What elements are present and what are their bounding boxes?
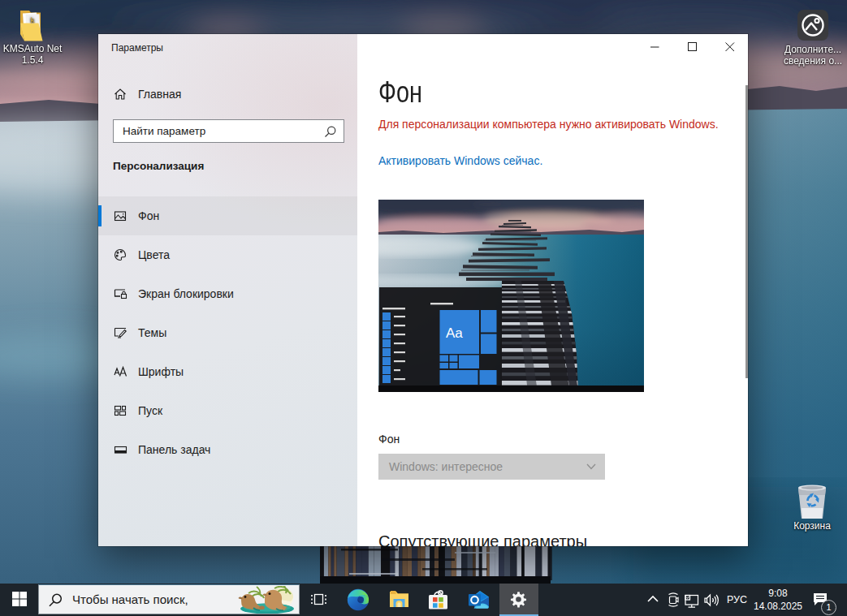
svg-text:Aa: Aa (446, 325, 463, 341)
